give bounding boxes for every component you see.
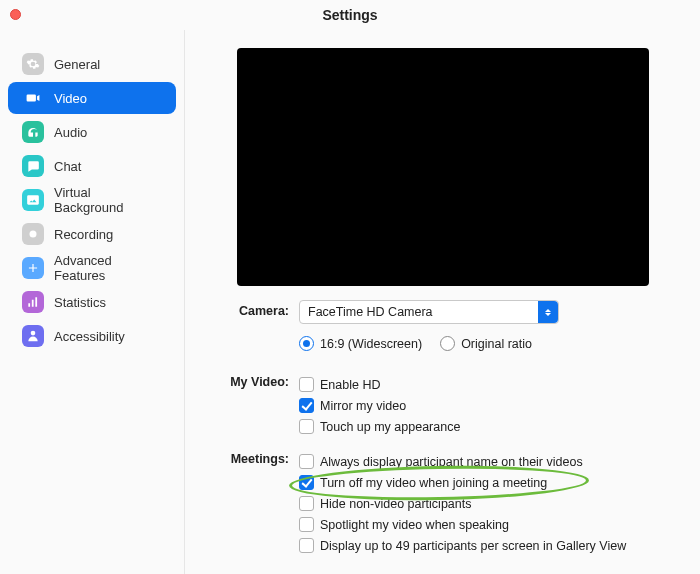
touch-up-checkbox[interactable]: Touch up my appearance [299, 419, 676, 434]
enable-hd-label: Enable HD [320, 378, 380, 392]
close-window-button[interactable] [10, 9, 21, 20]
checkbox-icon [299, 517, 314, 532]
sidebar-item-label: Video [54, 91, 87, 106]
checkbox-icon [299, 398, 314, 413]
show-participant-name-checkbox[interactable]: Always display participant name on their… [299, 454, 676, 469]
sidebar-item-audio[interactable]: Audio [8, 116, 176, 148]
aspect-ratio-wide[interactable]: 16:9 (Widescreen) [299, 336, 422, 351]
sidebar-item-chat[interactable]: Chat [8, 150, 176, 182]
camera-label: Camera: [209, 300, 299, 318]
turn-off-video-on-join-checkbox[interactable]: Turn off my video when joining a meeting [299, 475, 676, 490]
sidebar-item-label: Advanced Features [54, 253, 162, 283]
video-preview [237, 48, 649, 286]
record-icon [22, 223, 44, 245]
image-icon [22, 189, 44, 211]
sidebar-item-virtual-background[interactable]: Virtual Background [8, 184, 176, 216]
sidebar-item-video[interactable]: Video [8, 82, 176, 114]
gallery-49-label: Display up to 49 participants per screen… [320, 539, 626, 553]
svg-point-0 [30, 231, 37, 238]
gallery-49-checkbox[interactable]: Display up to 49 participants per screen… [299, 538, 676, 553]
sidebar-item-label: Audio [54, 125, 87, 140]
radio-icon [440, 336, 455, 351]
aspect-ratio-original-label: Original ratio [461, 337, 532, 351]
checkbox-icon [299, 377, 314, 392]
bars-icon [22, 291, 44, 313]
meetings-label: Meetings: [209, 448, 299, 466]
aspect-ratio-original[interactable]: Original ratio [440, 336, 532, 351]
aspect-ratio-group: 16:9 (Widescreen) Original ratio [299, 330, 676, 357]
my-video-row: My Video: Enable HD Mirror my video Touc… [209, 371, 676, 440]
camera-row: Camera: FaceTime HD Camera 16:9 (Widescr… [209, 300, 676, 363]
sidebar-item-general[interactable]: General [8, 48, 176, 80]
sidebar-item-advanced-features[interactable]: Advanced Features [8, 252, 176, 284]
sidebar-item-recording[interactable]: Recording [8, 218, 176, 250]
checkbox-icon [299, 475, 314, 490]
checkbox-icon [299, 538, 314, 553]
turn-off-video-on-join-label: Turn off my video when joining a meeting [320, 476, 547, 490]
svg-point-1 [31, 331, 36, 336]
show-participant-name-label: Always display participant name on their… [320, 455, 583, 469]
chat-icon [22, 155, 44, 177]
sidebar-item-label: Chat [54, 159, 81, 174]
sidebar-item-statistics[interactable]: Statistics [8, 286, 176, 318]
meetings-row: Meetings: Always display participant nam… [209, 448, 676, 559]
radio-icon [299, 336, 314, 351]
sidebar-item-label: General [54, 57, 100, 72]
dropdown-chevron-icon [538, 301, 558, 323]
camera-select-value: FaceTime HD Camera [308, 305, 433, 319]
spotlight-label: Spotlight my video when speaking [320, 518, 509, 532]
window-title: Settings [322, 7, 377, 23]
sidebar-item-label: Virtual Background [54, 185, 162, 215]
my-video-label: My Video: [209, 371, 299, 389]
sidebar-item-label: Accessibility [54, 329, 125, 344]
video-icon [22, 87, 44, 109]
headphones-icon [22, 121, 44, 143]
sidebar: GeneralVideoAudioChatVirtual BackgroundR… [0, 30, 185, 574]
plus-icon [22, 257, 44, 279]
gear-icon [22, 53, 44, 75]
hide-non-video-label: Hide non-video participants [320, 497, 471, 511]
touch-up-label: Touch up my appearance [320, 420, 460, 434]
mirror-video-label: Mirror my video [320, 399, 406, 413]
window-body: GeneralVideoAudioChatVirtual BackgroundR… [0, 30, 700, 574]
sidebar-item-label: Recording [54, 227, 113, 242]
spotlight-checkbox[interactable]: Spotlight my video when speaking [299, 517, 676, 532]
checkbox-icon [299, 496, 314, 511]
mirror-video-checkbox[interactable]: Mirror my video [299, 398, 676, 413]
hide-non-video-checkbox[interactable]: Hide non-video participants [299, 496, 676, 511]
person-icon [22, 325, 44, 347]
sidebar-item-label: Statistics [54, 295, 106, 310]
sidebar-item-accessibility[interactable]: Accessibility [8, 320, 176, 352]
enable-hd-checkbox[interactable]: Enable HD [299, 377, 676, 392]
checkbox-icon [299, 454, 314, 469]
titlebar: Settings [0, 0, 700, 30]
window-controls [10, 9, 57, 20]
settings-window: Settings GeneralVideoAudioChatVirtual Ba… [0, 0, 700, 574]
checkbox-icon [299, 419, 314, 434]
aspect-ratio-wide-label: 16:9 (Widescreen) [320, 337, 422, 351]
camera-select[interactable]: FaceTime HD Camera [299, 300, 559, 324]
video-settings-panel: Camera: FaceTime HD Camera 16:9 (Widescr… [185, 30, 700, 574]
